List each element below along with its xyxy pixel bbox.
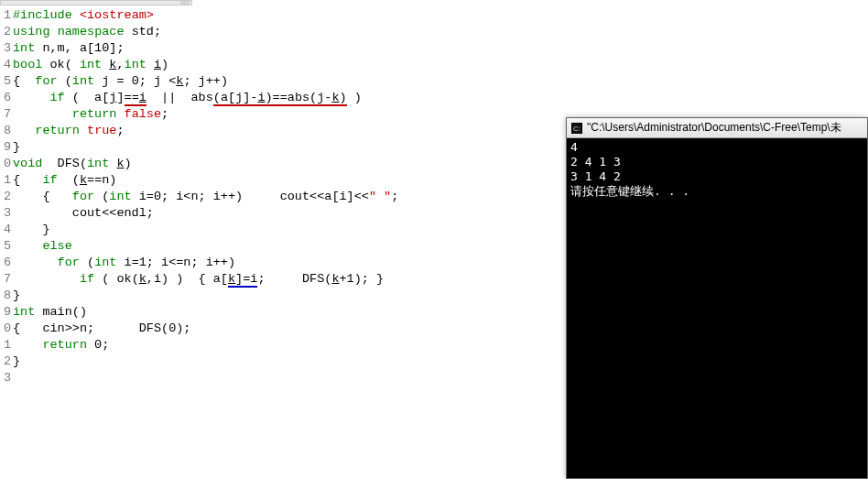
line-number: 2 bbox=[0, 189, 11, 205]
line-number: 8 bbox=[0, 288, 11, 304]
code-text[interactable]: } bbox=[13, 139, 568, 156]
code-text[interactable]: } bbox=[13, 222, 568, 238]
code-line[interactable]: 5 else bbox=[0, 238, 568, 255]
code-line[interactable]: 6 for (int i=1; i<=n; i++) bbox=[0, 255, 568, 271]
line-number: 8 bbox=[0, 123, 11, 139]
line-number: 0 bbox=[0, 156, 11, 172]
line-number: 5 bbox=[0, 73, 11, 90]
line-number: 1 bbox=[0, 172, 11, 189]
code-text[interactable]: return false; bbox=[13, 106, 568, 123]
code-text[interactable]: else bbox=[13, 238, 568, 255]
console-output: 4 2 4 1 3 3 1 4 2 请按任意键继续. . . bbox=[567, 138, 867, 201]
console-titlebar[interactable]: C: "C:\Users\Administrator\Documents\C-F… bbox=[567, 118, 867, 138]
svg-text:C:: C: bbox=[573, 125, 580, 133]
code-text[interactable]: { for (int i=0; i<n; i++) cout<<a[i]<<" … bbox=[13, 189, 568, 205]
code-text[interactable]: int n,m, a[10]; bbox=[13, 40, 568, 57]
line-number: 0 bbox=[0, 321, 11, 337]
code-line[interactable]: 6 if ( a[j]==i || abs(a[j]-i)==abs(j-k) … bbox=[0, 90, 568, 106]
code-line[interactable]: 4bool ok( int k,int i) bbox=[0, 57, 568, 73]
code-text[interactable]: void DFS(int k) bbox=[13, 156, 568, 172]
code-line[interactable]: 1{ if (k==n) bbox=[0, 172, 568, 189]
code-line[interactable]: 2} bbox=[0, 354, 568, 370]
horizontal-scrollbar-stub[interactable] bbox=[0, 0, 192, 5]
code-text[interactable]: return true; bbox=[13, 123, 568, 139]
code-line[interactable]: 3 bbox=[0, 370, 568, 386]
line-number: 4 bbox=[0, 57, 11, 73]
code-text[interactable]: } bbox=[13, 288, 568, 304]
code-line[interactable]: 8} bbox=[0, 288, 568, 304]
line-number: 7 bbox=[0, 106, 11, 123]
code-line[interactable]: 3 cout<<endl; bbox=[0, 205, 568, 222]
code-editor[interactable]: 1#include <iostream>2using namespace std… bbox=[0, 0, 568, 479]
line-number: 9 bbox=[0, 139, 11, 156]
code-line[interactable]: 1 return 0; bbox=[0, 337, 568, 354]
line-number: 2 bbox=[0, 24, 11, 40]
line-number: 9 bbox=[0, 304, 11, 321]
code-line[interactable]: 0void DFS(int k) bbox=[0, 156, 568, 172]
code-line[interactable]: 7 if ( ok(k,i) ) { a[k]=i; DFS(k+1); } bbox=[0, 271, 568, 288]
code-line[interactable]: 0{ cin>>n; DFS(0); bbox=[0, 321, 568, 337]
code-line[interactable]: 3int n,m, a[10]; bbox=[0, 40, 568, 57]
code-text[interactable]: { for (int j = 0; j <k; j++) bbox=[13, 73, 568, 90]
code-line[interactable]: 1#include <iostream> bbox=[0, 7, 568, 24]
code-line[interactable]: 2 { for (int i=0; i<n; i++) cout<<a[i]<<… bbox=[0, 189, 568, 205]
line-number: 4 bbox=[0, 222, 11, 238]
code-area[interactable]: 1#include <iostream>2using namespace std… bbox=[0, 7, 568, 479]
code-text[interactable]: using namespace std; bbox=[13, 24, 568, 40]
code-text[interactable]: for (int i=1; i<=n; i++) bbox=[13, 255, 568, 271]
line-number: 3 bbox=[0, 40, 11, 57]
code-text[interactable]: if ( ok(k,i) ) { a[k]=i; DFS(k+1); } bbox=[13, 271, 568, 288]
console-app-icon: C: bbox=[570, 122, 583, 135]
console-title-text: "C:\Users\Administrator\Documents\C-Free… bbox=[587, 120, 841, 136]
code-line[interactable]: 5{ for (int j = 0; j <k; j++) bbox=[0, 73, 568, 90]
code-text[interactable]: cout<<endl; bbox=[13, 205, 568, 222]
line-number: 3 bbox=[0, 370, 11, 386]
code-line[interactable]: 9int main() bbox=[0, 304, 568, 321]
code-text[interactable]: { if (k==n) bbox=[13, 172, 568, 189]
code-text[interactable]: int main() bbox=[13, 304, 568, 321]
code-line[interactable]: 4 } bbox=[0, 222, 568, 238]
code-line[interactable]: 2using namespace std; bbox=[0, 24, 568, 40]
code-text[interactable]: { cin>>n; DFS(0); bbox=[13, 321, 568, 337]
line-number: 2 bbox=[0, 354, 11, 370]
code-text[interactable]: #include <iostream> bbox=[13, 7, 568, 24]
line-number: 1 bbox=[0, 7, 11, 24]
code-text[interactable]: bool ok( int k,int i) bbox=[13, 57, 568, 73]
line-number: 3 bbox=[0, 205, 11, 222]
line-number: 5 bbox=[0, 238, 11, 255]
line-number: 6 bbox=[0, 255, 11, 271]
line-number: 1 bbox=[0, 337, 11, 354]
code-text[interactable]: if ( a[j]==i || abs(a[j]-i)==abs(j-k) ) bbox=[13, 90, 568, 106]
line-number: 7 bbox=[0, 271, 11, 288]
code-text[interactable]: return 0; bbox=[13, 337, 568, 354]
console-window[interactable]: C: "C:\Users\Administrator\Documents\C-F… bbox=[566, 117, 868, 479]
code-line[interactable]: 7 return false; bbox=[0, 106, 568, 123]
code-text[interactable]: } bbox=[13, 354, 568, 370]
code-line[interactable]: 8 return true; bbox=[0, 123, 568, 139]
line-number: 6 bbox=[0, 90, 11, 106]
code-text[interactable] bbox=[13, 370, 568, 386]
code-line[interactable]: 9} bbox=[0, 139, 568, 156]
